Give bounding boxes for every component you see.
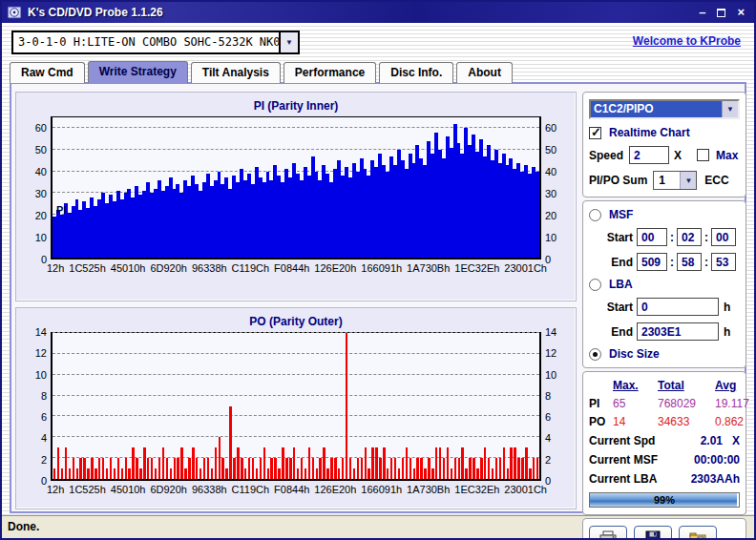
pipo-sum-arrow[interactable]: [680, 172, 696, 189]
max-speed-checkbox[interactable]: [697, 149, 709, 161]
msf-start-frame-input[interactable]: 00: [711, 228, 736, 246]
lba-radio[interactable]: [589, 279, 601, 291]
msf-end-frame-input[interactable]: 53: [711, 253, 736, 271]
chart-bar: [73, 458, 74, 479]
chart-bar: [379, 458, 381, 479]
chart-bar: [304, 468, 306, 479]
po-yaxis-left: 02468101214: [18, 332, 51, 481]
pipo-sum-select[interactable]: 1: [653, 171, 697, 190]
po-yaxis-right: 02468101214: [541, 332, 574, 481]
speed-input[interactable]: 2: [629, 146, 669, 164]
chart-bar: [338, 468, 340, 479]
chart-bar: [83, 458, 85, 479]
chart-bar: [342, 458, 344, 479]
chart-bar: [248, 458, 250, 479]
chart-bar: [207, 458, 209, 479]
chart-bar: [514, 447, 515, 479]
mode-select[interactable]: C1C2/PIPO: [589, 99, 740, 119]
tab-disc-info-[interactable]: Disc Info.: [379, 62, 453, 83]
msf-end-sec-input[interactable]: 58: [677, 253, 702, 271]
lba-start-input[interactable]: 0: [637, 298, 719, 316]
chart-bar: [252, 458, 254, 479]
chart-bar: [365, 447, 367, 479]
chart-bar: [447, 447, 449, 479]
tab-write-strategy[interactable]: Write Strategy: [88, 61, 188, 83]
chart-bar: [428, 458, 430, 479]
chart-bar: [435, 447, 437, 479]
chart-bar: [94, 468, 96, 479]
close-button-icon[interactable]: ×: [737, 6, 745, 19]
chart-bar: [353, 468, 355, 479]
realtime-chart-checkbox[interactable]: [589, 127, 601, 139]
chart-bar: [260, 458, 262, 479]
chart-bar: [484, 447, 486, 479]
chart-bar: [289, 458, 291, 479]
mode-select-value: C1C2/PIPO: [591, 101, 722, 117]
chart-bar: [371, 447, 373, 479]
chart-bar: [394, 458, 396, 479]
po-chart-title: PO (Parity Outer): [16, 315, 576, 328]
scan-range-group: MSF Start 00 : 02 : 00 End 509 : 58: [582, 200, 746, 368]
drive-selector-arrow[interactable]: [279, 32, 298, 52]
drive-selector-value: 3-0-1-0 H:LITE-ON COMBO SOHC-5232K NK07: [13, 32, 279, 52]
chart-options-group: C1C2/PIPO Realtime Chart Speed 2 X Max: [582, 92, 746, 197]
pipo-sum-label: PI/PO Sum: [589, 174, 647, 187]
chart-bar: [480, 458, 482, 479]
chart-bar: [215, 447, 217, 479]
chart-bar: [76, 468, 78, 479]
msf-sep: :: [704, 256, 708, 269]
disc-size-radio[interactable]: [589, 348, 601, 361]
tab-raw-cmd[interactable]: Raw Cmd: [10, 62, 85, 83]
current-speed-label: Current Spd: [589, 434, 655, 447]
lba-end-unit: h: [724, 325, 730, 339]
drive-selector[interactable]: 3-0-1-0 H:LITE-ON COMBO SOHC-5232K NK07: [11, 31, 300, 54]
chart-bar: [458, 458, 460, 479]
minimize-button-icon[interactable]: –: [699, 6, 705, 19]
lba-end-input[interactable]: 2303E1: [637, 322, 719, 341]
pi-xaxis-labels: 12h1C525h45010h6D920h96338hC119ChF0844h1…: [47, 262, 547, 274]
chart-bar: [225, 468, 227, 479]
chart-bar: [510, 447, 512, 479]
chart-bar: [263, 447, 265, 479]
chart-bar: [158, 458, 160, 479]
msf-start-sec-input[interactable]: 02: [677, 228, 702, 246]
stats-header-avg: Avg: [715, 379, 749, 392]
chart-bar: [110, 458, 112, 479]
welcome-link[interactable]: Welcome to KProbe: [633, 34, 741, 48]
chart-bar: [285, 458, 287, 479]
msf-end-min-input[interactable]: 509: [637, 253, 667, 271]
chart-bar: [136, 458, 137, 479]
chart-bar: [319, 458, 321, 479]
mode-select-arrow[interactable]: [722, 101, 738, 117]
save-button[interactable]: [634, 526, 672, 540]
save-image-button[interactable]: [679, 526, 717, 540]
title-bar: K's CD/DVD Probe 1.1.26 – ×: [2, 2, 754, 23]
tab-performance[interactable]: Performance: [284, 62, 376, 83]
msf-start-min-input[interactable]: 00: [637, 228, 667, 246]
chart-bar: [180, 447, 182, 479]
chart-bar: [267, 468, 269, 479]
chart-bar: [525, 447, 527, 479]
msf-end-label: End: [602, 256, 633, 269]
chart-bar: [87, 468, 89, 479]
lba-label: LBA: [609, 278, 633, 291]
msf-radio[interactable]: [589, 209, 601, 221]
chart-bar: [256, 468, 258, 479]
pi-avg-value: 19.117: [715, 397, 749, 410]
tab-about[interactable]: About: [456, 62, 513, 83]
chart-bar: [147, 458, 149, 479]
print-button[interactable]: [589, 526, 627, 540]
tab-tilt-analysis[interactable]: Tilt Analysis: [191, 62, 281, 83]
status-text: Done.: [8, 520, 39, 533]
chart-bar: [402, 458, 404, 479]
tab-content: PI (Parity Inner) 0102030405060 PI 01020…: [10, 82, 746, 513]
msf-start-label: Start: [602, 231, 633, 244]
chart-bar: [297, 468, 299, 479]
maximize-button-icon[interactable]: [717, 9, 725, 17]
chart-bar: [132, 447, 134, 479]
realtime-chart-label: Realtime Chart: [609, 126, 690, 139]
chart-bar: [454, 458, 456, 479]
chart-bar: [330, 458, 332, 479]
chart-bar: [326, 468, 328, 479]
disc-size-label: Disc Size: [609, 347, 660, 361]
